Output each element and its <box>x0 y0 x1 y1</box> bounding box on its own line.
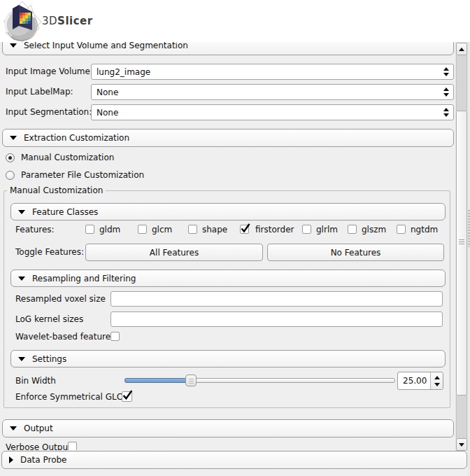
manual-customization-groupbox-title: Manual Customization <box>7 186 106 196</box>
log-kernel-sizes-label: LoG kernel sizes <box>15 314 83 325</box>
scrollbar-groove-bottom[interactable] <box>456 396 467 438</box>
scrollbar-groove-top[interactable] <box>456 55 467 111</box>
section-resampling-filtering[interactable]: Resampling and Filtering <box>10 270 446 287</box>
button-label: No Features <box>331 248 381 258</box>
expand-arrow-icon <box>9 456 13 463</box>
all-features-button[interactable]: All Features <box>85 244 263 261</box>
combobox-value: None <box>97 88 118 97</box>
section-title: Resampling and Filtering <box>32 274 136 284</box>
input-image-volume-combobox[interactable]: lung2_image <box>91 64 454 80</box>
collapse-arrow-icon <box>10 136 17 140</box>
slider-grip-icon <box>189 379 194 384</box>
section-title: Settings <box>32 354 66 364</box>
parameter-file-customization-radio[interactable] <box>6 171 15 180</box>
bin-width-label: Bin Width <box>15 376 56 386</box>
combobox-arrows-icon[interactable] <box>443 105 449 120</box>
section-title: Select Input Volume and Segmentation <box>24 42 188 50</box>
scrollbar-down-button[interactable] <box>456 438 467 451</box>
feature-checkbox-firstorder-label[interactable]: firstorder <box>255 225 294 235</box>
bin-width-slider-fill <box>124 378 191 383</box>
feature-checkbox-gldm[interactable] <box>85 225 94 234</box>
app-title-prefix: 3D <box>42 15 57 27</box>
spinbox-arrows[interactable] <box>430 372 443 389</box>
module-panel: Select Input Volume and Segmentation Inp… <box>0 42 455 450</box>
collapse-arrow-icon <box>18 357 25 361</box>
feature-checkbox-gldm-label[interactable]: gldm <box>99 225 120 235</box>
verbose-output-checkbox[interactable] <box>68 442 77 450</box>
input-segmentation-label: Input Segmentation: <box>6 107 92 118</box>
arrow-up-icon <box>459 48 464 51</box>
combobox-arrows-icon[interactable] <box>443 64 449 79</box>
section-title: Output <box>24 424 53 433</box>
section-title: Data Probe <box>20 455 67 465</box>
resampled-voxel-size-input[interactable] <box>111 291 443 307</box>
feature-checkbox-firstorder[interactable] <box>240 225 249 234</box>
log-kernel-sizes-input[interactable] <box>111 312 443 327</box>
features-label: Features: <box>15 225 55 235</box>
input-labelmap-label: Input LabelMap: <box>6 87 73 97</box>
section-output[interactable]: Output <box>2 419 454 438</box>
combobox-value: lung2_image <box>97 67 150 77</box>
wavelet-based-features-checkbox[interactable] <box>111 332 120 341</box>
app-title: 3DSlicer <box>42 15 93 27</box>
toggle-features-label: Toggle Features: <box>15 247 84 258</box>
section-select-input-volume[interactable]: Select Input Volume and Segmentation <box>2 42 454 55</box>
resampled-voxel-size-label: Resampled voxel size <box>15 294 106 304</box>
scrollbar-handle[interactable] <box>456 111 467 396</box>
parameter-file-customization-radio-label[interactable]: Parameter File Customization <box>21 170 144 181</box>
bin-width-slider-handle[interactable] <box>185 374 197 386</box>
panel-scrollbar[interactable] <box>455 42 468 451</box>
feature-checkbox-glcm-label[interactable]: glcm <box>152 225 172 235</box>
input-labelmap-combobox[interactable]: None <box>91 84 454 100</box>
feature-checkbox-glszm[interactable] <box>348 225 357 234</box>
button-label: All Features <box>150 248 199 258</box>
feature-checkbox-ngtdm-label[interactable]: ngtdm <box>411 225 438 235</box>
feature-checkbox-glrlm-label[interactable]: glrlm <box>316 225 338 235</box>
feature-checkbox-glcm[interactable] <box>138 225 147 234</box>
feature-checkbox-shape[interactable] <box>188 225 197 234</box>
section-settings[interactable]: Settings <box>10 350 446 368</box>
section-feature-classes[interactable]: Feature Classes <box>10 203 446 220</box>
feature-checkbox-ngtdm[interactable] <box>397 225 406 234</box>
feature-checkbox-shape-label[interactable]: shape <box>202 225 227 235</box>
radio-dot <box>8 156 12 160</box>
spin-down-icon[interactable] <box>434 383 440 386</box>
bin-width-value: 25.00 <box>398 376 427 386</box>
scrollbar-up-button[interactable] <box>456 43 467 55</box>
arrow-down-icon <box>459 443 464 447</box>
section-title: Extraction Customization <box>24 133 129 143</box>
checkmark-icon <box>240 223 251 234</box>
feature-checkbox-glrlm[interactable] <box>302 225 311 234</box>
wavelet-based-features-label: Wavelet-based features <box>15 332 115 342</box>
collapse-arrow-icon <box>18 210 25 214</box>
bin-width-spinbox[interactable]: 25.00 <box>397 372 443 390</box>
section-title: Feature Classes <box>32 207 98 217</box>
combobox-arrows-icon[interactable] <box>443 85 449 99</box>
section-extraction-customization[interactable]: Extraction Customization <box>2 129 454 147</box>
combobox-value: None <box>97 108 118 118</box>
spin-up-icon[interactable] <box>434 376 440 379</box>
input-image-volume-label: Input Image Volume: <box>6 66 93 77</box>
manual-customization-radio-label[interactable]: Manual Customization <box>21 153 114 163</box>
enforce-symmetrical-glcm-label: Enforce Symmetrical GLCM <box>15 392 130 402</box>
verbose-output-label: Verbose Output <box>6 442 71 450</box>
collapse-arrow-icon <box>18 276 25 281</box>
app-header: 3DSlicer <box>0 0 470 42</box>
input-segmentation-combobox[interactable]: None <box>91 104 454 120</box>
feature-checkbox-glszm-label[interactable]: glszm <box>362 225 386 235</box>
no-features-button[interactable]: No Features <box>267 244 444 261</box>
slicer-logo-icon <box>3 1 42 44</box>
manual-customization-radio[interactable] <box>6 153 15 162</box>
section-data-probe[interactable]: Data Probe <box>1 451 467 469</box>
scrollbar-grip-icon <box>459 239 464 246</box>
enforce-symmetrical-glcm-checkbox[interactable] <box>122 391 132 402</box>
checkmark-icon <box>122 389 134 401</box>
collapse-arrow-icon <box>10 426 17 430</box>
app-title-suffix: Slicer <box>57 15 93 27</box>
